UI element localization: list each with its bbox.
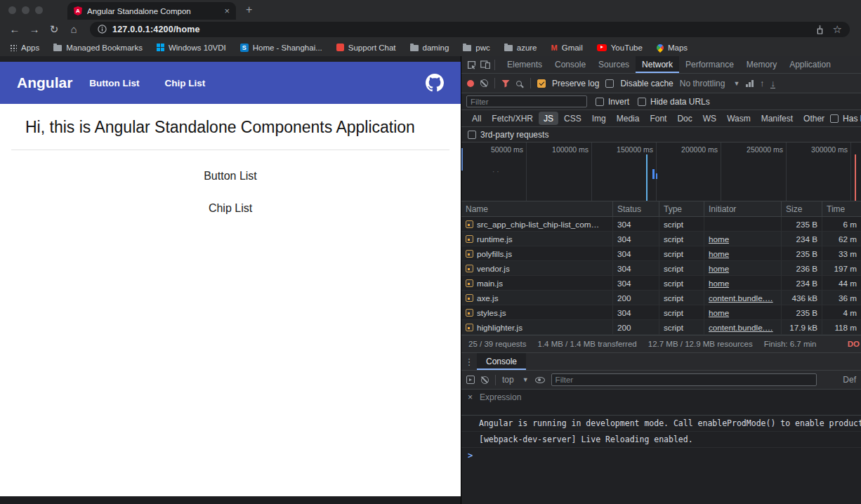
column-type[interactable]: Type	[659, 201, 704, 216]
table-row[interactable]: src_app_chip-list_chip-list_com… 304 scr…	[461, 217, 861, 232]
device-toolbar-icon[interactable]	[480, 60, 490, 69]
zoom-window-button[interactable]	[35, 6, 43, 14]
tab-elements[interactable]: Elements	[501, 56, 548, 73]
record-icon[interactable]	[467, 80, 474, 87]
initiator-link[interactable]: home	[709, 308, 729, 317]
button-list-link[interactable]: Button List	[0, 170, 461, 183]
table-row[interactable]: styles.js 304 script home 235 B 4 m	[461, 305, 861, 320]
initiator-link[interactable]: home	[709, 234, 729, 244]
url-text[interactable]: 127.0.0.1:4200/home	[112, 25, 810, 34]
bookmark-youtube[interactable]: YouTube	[597, 44, 643, 52]
chip-wasm[interactable]: Wasm	[722, 112, 756, 125]
bookmark-managed-bookmarks[interactable]: Managed Bookmarks	[53, 44, 143, 52]
table-row[interactable]: runtime.js 304 script home 234 B 62 m	[461, 232, 861, 246]
preserve-log-checkbox[interactable]	[537, 79, 546, 88]
hide-data-urls-checkbox[interactable]	[638, 98, 646, 106]
nav-chip-list[interactable]: Chip List	[165, 78, 206, 88]
kebab-menu-icon[interactable]: ⋮	[461, 353, 477, 370]
bookmark-azure[interactable]: azure	[504, 44, 537, 52]
network-overview[interactable]: 50000 ms 100000 ms 150000 ms 200000 ms 2…	[461, 142, 861, 201]
chip-img[interactable]: Img	[587, 112, 611, 125]
column-status[interactable]: Status	[613, 201, 659, 216]
column-initiator[interactable]: Initiator	[704, 201, 782, 216]
remove-expression-icon[interactable]: ×	[468, 392, 473, 402]
tab-network[interactable]: Network	[636, 56, 679, 73]
back-icon[interactable]: ←	[6, 21, 24, 38]
clear-icon[interactable]	[480, 79, 488, 87]
chip-media[interactable]: Media	[612, 112, 645, 125]
chip-fetch-xhr[interactable]: Fetch/XHR	[487, 112, 538, 125]
initiator-link[interactable]: home	[709, 279, 729, 288]
column-time[interactable]: Time	[822, 201, 861, 216]
address-bar[interactable]: 127.0.0.1:4200/home ☆	[90, 22, 850, 37]
tab-performance[interactable]: Performance	[679, 56, 740, 73]
bookmark-support-chat[interactable]: Support Chat	[336, 44, 396, 52]
import-har-icon[interactable]: ↑	[760, 79, 765, 88]
tab-memory[interactable]: Memory	[740, 56, 783, 73]
minimize-window-button[interactable]	[22, 6, 29, 14]
chip-font[interactable]: Font	[645, 112, 671, 125]
chip-manifest[interactable]: Manifest	[756, 112, 798, 125]
bookmark-home-shanghai[interactable]: S Home - Shanghai...	[240, 44, 322, 52]
new-tab-button[interactable]: +	[246, 4, 252, 16]
close-window-button[interactable]	[8, 6, 16, 14]
search-icon[interactable]	[516, 81, 522, 86]
chip-doc[interactable]: Doc	[672, 112, 697, 125]
console-prompt-chevron[interactable]: >	[461, 448, 861, 463]
network-conditions-icon[interactable]	[746, 80, 754, 87]
table-row[interactable]: polyfills.js 304 script home 235 B 33 m	[461, 246, 861, 261]
tab-application[interactable]: Application	[783, 56, 837, 73]
table-row[interactable]: main.js 304 script home 234 B 44 m	[461, 276, 861, 291]
bookmark-star-icon[interactable]: ☆	[833, 23, 842, 36]
browser-tab[interactable]: A Angular Standalone Compon ×	[67, 2, 236, 20]
third-party-checkbox[interactable]	[468, 131, 476, 139]
column-name[interactable]: Name	[461, 201, 613, 216]
live-expression-eye-icon[interactable]	[535, 377, 545, 383]
clear-console-icon[interactable]	[481, 376, 489, 384]
has-blocked-cookies-checkbox[interactable]	[830, 114, 839, 123]
initiator-link[interactable]: content.bundle.…	[709, 323, 773, 332]
tab-sources[interactable]: Sources	[592, 56, 636, 73]
filter-funnel-icon[interactable]	[501, 79, 510, 88]
drawer-tab-console[interactable]: Console	[477, 353, 526, 370]
table-row[interactable]: highlighter.js 200 script content.bundle…	[461, 320, 861, 335]
github-link[interactable]	[426, 74, 444, 92]
inspect-element-icon[interactable]	[467, 60, 476, 69]
forward-icon[interactable]: →	[25, 21, 44, 38]
bookmark-pwc[interactable]: pwc	[463, 44, 489, 52]
share-icon[interactable]	[815, 25, 824, 34]
chip-ws[interactable]: WS	[698, 112, 721, 125]
bookmark-windows-10vdi[interactable]: Windows 10VDI	[157, 44, 226, 52]
initiator-link[interactable]: home	[709, 249, 729, 258]
tab-console[interactable]: Console	[548, 56, 592, 73]
table-row[interactable]: axe.js 200 script content.bundle.… 436 k…	[461, 291, 861, 305]
initiator-link[interactable]: home	[709, 264, 729, 273]
disable-cache-checkbox[interactable]	[605, 79, 614, 88]
tab-close-icon[interactable]: ×	[224, 6, 230, 15]
initiator-link[interactable]: content.bundle.…	[709, 293, 773, 303]
chip-list-link[interactable]: Chip List	[0, 202, 461, 215]
console-filter-input[interactable]	[551, 373, 817, 386]
bookmark-gmail[interactable]: M Gmail	[551, 44, 583, 52]
throttling-select[interactable]: No throttling	[680, 79, 725, 88]
column-size[interactable]: Size	[782, 201, 822, 216]
chip-css[interactable]: CSS	[559, 112, 586, 125]
bookmark-maps[interactable]: Maps	[657, 44, 688, 52]
context-selector[interactable]: top	[502, 375, 514, 385]
network-filter-input[interactable]	[466, 95, 587, 107]
chip-all[interactable]: All	[467, 112, 486, 125]
reload-icon[interactable]: ↻	[45, 21, 63, 38]
live-expression-row[interactable]: × Expression	[461, 390, 861, 405]
bookmark-daming[interactable]: daming	[410, 44, 449, 52]
nav-button-list[interactable]: Button List	[89, 78, 139, 88]
invert-checkbox[interactable]	[596, 98, 604, 106]
log-levels-select[interactable]: Def	[843, 375, 856, 385]
bookmark-apps[interactable]: Apps	[10, 44, 39, 52]
site-info-icon[interactable]	[98, 25, 107, 34]
table-row[interactable]: vendor.js 304 script home 236 B 197 m	[461, 261, 861, 276]
chip-other[interactable]: Other	[798, 112, 829, 125]
console-sidebar-icon[interactable]	[466, 376, 475, 384]
export-har-icon[interactable]: ↓	[770, 79, 775, 88]
home-icon[interactable]: ⌂	[65, 21, 83, 38]
chip-js[interactable]: JS	[539, 112, 558, 125]
